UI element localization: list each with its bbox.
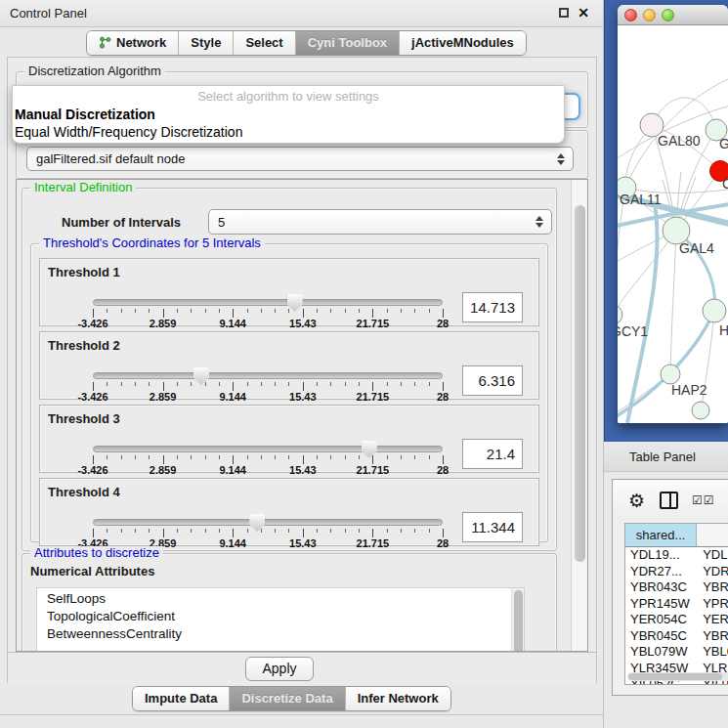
- table-data-combo[interactable]: galFiltered.sif default node: [26, 147, 574, 171]
- tick-mark: [275, 382, 276, 386]
- scale-label: 28: [437, 391, 449, 403]
- close-traffic-light-icon[interactable]: [624, 9, 637, 21]
- tick-mark: [275, 529, 276, 533]
- tick-mark: [372, 455, 373, 464]
- top-tab-bar: Network Style Select Cyni Toolbox jActiv…: [86, 30, 527, 56]
- attribute-list-scroll-thumb[interactable]: [514, 590, 523, 651]
- cell-name: YER0: [697, 612, 728, 628]
- cell-name: YPR1: [697, 596, 728, 613]
- scale-label: 15.43: [289, 391, 317, 403]
- tick-mark: [233, 529, 234, 537]
- slider-track[interactable]: [93, 372, 443, 379]
- gear-icon[interactable]: ⚙: [628, 490, 645, 512]
- threshold-4-value[interactable]: 11.344: [462, 512, 523, 542]
- network-window-titlebar[interactable]: [618, 5, 728, 25]
- table-row[interactable]: YPR145WYPR1: [625, 596, 728, 613]
- minimize-traffic-light-icon[interactable]: [643, 9, 656, 21]
- attribute-list-item[interactable]: SelfLoops: [37, 590, 510, 608]
- tick-mark: [303, 309, 304, 318]
- cell-shared-name: YER054C: [625, 612, 697, 628]
- settings-scrollbar[interactable]: [571, 180, 587, 651]
- slider-track[interactable]: [93, 446, 443, 452]
- tick-mark: [149, 529, 150, 533]
- network-view-window[interactable]: GAL80 GA C GAL11 GAL4 GCY1 H HAP2: [618, 5, 728, 423]
- threshold-1-value[interactable]: 14.713: [462, 292, 523, 322]
- number-of-intervals-combo[interactable]: 5: [208, 209, 552, 235]
- dropdown-item-manual-discretization[interactable]: Manual Discretization: [13, 106, 564, 123]
- table-row[interactable]: YDL19...YDL1: [625, 547, 728, 564]
- threshold-4-box: Threshold 4 -3.4262.8599.14415.4321.7152…: [39, 478, 539, 546]
- network-canvas[interactable]: GAL80 GA C GAL11 GAL4 GCY1 H HAP2: [618, 25, 728, 423]
- table-row[interactable]: YBR043CYBR0: [625, 579, 728, 596]
- tick-mark: [443, 455, 444, 464]
- node-gcy1[interactable]: [618, 305, 622, 324]
- tick-mark: [288, 309, 289, 313]
- tick-mark: [443, 382, 444, 391]
- column-header-shared-name[interactable]: shared...: [625, 524, 697, 546]
- tick-mark: [372, 309, 373, 318]
- tab-network[interactable]: Network: [87, 31, 179, 55]
- table-horizontal-scrollbar[interactable]: [627, 672, 728, 681]
- table-row[interactable]: YDR27...YDR2: [625, 564, 728, 580]
- node-hap2[interactable]: [661, 364, 680, 384]
- table-hscroll-thumb[interactable]: [628, 673, 722, 680]
- tab-infer-network[interactable]: Infer Network: [346, 687, 450, 710]
- node-label-gal80: GAL80: [658, 133, 701, 149]
- float-window-icon[interactable]: [559, 8, 569, 18]
- numerical-attributes-list[interactable]: SelfLoopsTopologicalCoefficientBetweenne…: [36, 587, 525, 651]
- node-label-ga: GA: [719, 136, 728, 151]
- cell-name: YDR2: [697, 564, 728, 580]
- close-icon[interactable]: ✕: [578, 7, 589, 19]
- threshold-3-value[interactable]: 21.4: [462, 439, 523, 469]
- node-h[interactable]: [703, 299, 726, 322]
- tab-cyni-toolbox[interactable]: Cyni Toolbox: [296, 31, 400, 55]
- attribute-list-scrollbar[interactable]: [511, 588, 524, 651]
- tick-mark: [205, 529, 206, 533]
- tick-mark: [191, 382, 192, 386]
- tick-mark: [177, 382, 178, 386]
- tab-select[interactable]: Select: [234, 31, 295, 55]
- tick-mark: [401, 382, 402, 386]
- tab-impute-data[interactable]: Impute Data: [133, 687, 230, 710]
- tick-mark: [429, 382, 430, 386]
- tick-mark: [121, 309, 122, 313]
- tab-discretize-data[interactable]: Discretize Data: [230, 687, 345, 710]
- tick-mark: [163, 529, 164, 537]
- table-header: shared... na: [625, 524, 728, 547]
- column-header-name[interactable]: na: [697, 524, 728, 546]
- tick-mark: [93, 382, 94, 391]
- table-row[interactable]: YBL079WYBL0: [625, 644, 728, 661]
- tick-mark: [288, 382, 289, 386]
- node-label-gal4: GAL4: [679, 240, 714, 256]
- attribute-list-item[interactable]: TopologicalCoefficient: [37, 608, 510, 625]
- tab-jactivemnodules[interactable]: jActiveMNodules: [400, 31, 526, 55]
- zoom-traffic-light-icon[interactable]: [662, 9, 674, 21]
- settings-scroll-thumb[interactable]: [575, 205, 585, 562]
- cyni-toolbox-content: Discretization Algorithm Select algorith…: [7, 57, 597, 683]
- dropdown-item-equal-width-frequency[interactable]: Equal Width/Frequency Discretization: [13, 123, 564, 141]
- tick-mark: [330, 529, 331, 533]
- table-row[interactable]: YBR045CYBR0: [625, 628, 728, 645]
- slider-track[interactable]: [93, 299, 443, 306]
- cell-name: YDL1: [697, 547, 728, 564]
- tick-mark: [345, 455, 346, 459]
- algorithm-dropdown-popup: Select algorithm to view settings Manual…: [12, 85, 565, 144]
- select-columns-icon[interactable]: ☑☑: [692, 493, 715, 507]
- tick-mark: [261, 309, 262, 313]
- attribute-list-item[interactable]: BetweennessCentrality: [37, 625, 510, 643]
- table-row[interactable]: YER054CYER0: [625, 612, 728, 628]
- node-bottom-partial[interactable]: [692, 402, 709, 419]
- slider-track[interactable]: [93, 519, 443, 526]
- threshold-2-value[interactable]: 6.316: [462, 365, 523, 396]
- apply-button[interactable]: Apply: [245, 657, 314, 681]
- tick-mark: [247, 529, 248, 533]
- attribute-list-items: SelfLoopsTopologicalCoefficientBetweenne…: [37, 590, 510, 643]
- tab-style[interactable]: Style: [179, 31, 234, 55]
- checkbox-icon: ☑: [692, 493, 704, 507]
- columns-icon[interactable]: [660, 492, 678, 509]
- tick-mark: [330, 382, 331, 386]
- tick-mark: [275, 309, 276, 313]
- tab-cyni-toolbox-label: Cyni Toolbox: [308, 35, 387, 50]
- table-data-combo-value: galFiltered.sif default node: [36, 151, 185, 166]
- tick-mark: [401, 529, 402, 533]
